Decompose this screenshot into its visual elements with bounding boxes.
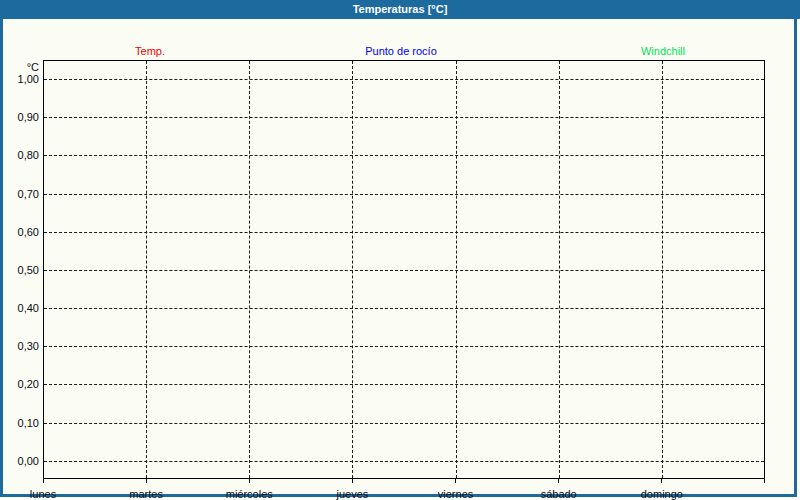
v-gridline — [559, 61, 560, 478]
x-axis: lunes01/10/07martes02/10/07miércoles03/1… — [43, 479, 765, 500]
v-gridline — [249, 61, 250, 478]
x-tick — [558, 479, 559, 483]
h-gridline — [44, 423, 764, 424]
v-gridline — [352, 61, 353, 478]
h-gridline — [44, 384, 764, 385]
h-gridline — [44, 232, 764, 233]
y-tick-label: 0,60 — [3, 225, 39, 239]
x-tick — [146, 479, 147, 483]
weather-chart-window: { "window": { "title": "Temperaturas [°C… — [0, 0, 800, 500]
plot-area — [43, 60, 765, 479]
x-tick — [764, 479, 765, 483]
x-day-label: miércoles — [226, 488, 273, 500]
legend-item-windchill: Windchill — [641, 45, 685, 57]
legend-item-dewpoint: Punto de rocío — [365, 45, 437, 57]
h-gridline — [44, 155, 764, 156]
x-day-label: jueves — [337, 488, 369, 500]
x-day-label: domingo — [641, 488, 683, 500]
x-day-label: lunes — [30, 488, 56, 500]
h-gridline — [44, 308, 764, 309]
y-tick-label: 0,90 — [3, 110, 39, 124]
legend-item-temp: Temp. — [135, 45, 165, 57]
y-tick-label: 0,20 — [3, 377, 39, 391]
y-tick-label: 0,40 — [3, 301, 39, 315]
x-tick — [43, 479, 44, 483]
x-day-label: viernes — [438, 488, 473, 500]
h-gridline — [44, 117, 764, 118]
h-gridline — [44, 270, 764, 271]
x-day-label: sábado — [541, 488, 577, 500]
chart-frame: Temp. Punto de rocío Windchill °C 1,000,… — [0, 19, 797, 497]
x-tick — [352, 479, 353, 483]
h-gridline — [44, 346, 764, 347]
y-tick-label: 0,00 — [3, 454, 39, 468]
y-tick-label: 0,10 — [3, 416, 39, 430]
h-gridline — [44, 79, 764, 80]
y-tick-label: 0,80 — [3, 148, 39, 162]
y-tick-label: 0,70 — [3, 187, 39, 201]
y-tick-label: 0,50 — [3, 263, 39, 277]
window-title-bar: Temperaturas [°C] — [0, 0, 800, 19]
v-gridline — [662, 61, 663, 478]
h-gridline — [44, 194, 764, 195]
x-tick — [249, 479, 250, 483]
x-tick — [455, 479, 456, 483]
h-gridline — [44, 461, 764, 462]
window-title: Temperaturas [°C] — [353, 3, 448, 15]
v-gridline — [146, 61, 147, 478]
x-tick — [661, 479, 662, 483]
v-gridline — [456, 61, 457, 478]
y-tick-label: 0,30 — [3, 339, 39, 353]
y-tick-label: 1,00 — [3, 72, 39, 86]
x-day-label: martes — [129, 488, 163, 500]
